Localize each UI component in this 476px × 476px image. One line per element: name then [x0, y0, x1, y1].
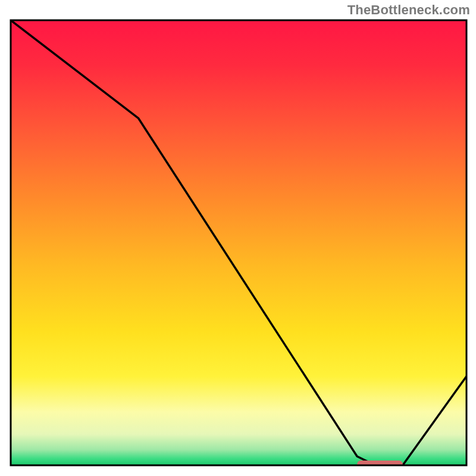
plot-area: [11, 20, 466, 469]
bottleneck-chart: [0, 0, 476, 476]
watermark-text: TheBottleneck.com: [347, 2, 470, 18]
chart-stage: TheBottleneck.com: [0, 0, 476, 476]
gradient-background: [11, 20, 466, 465]
